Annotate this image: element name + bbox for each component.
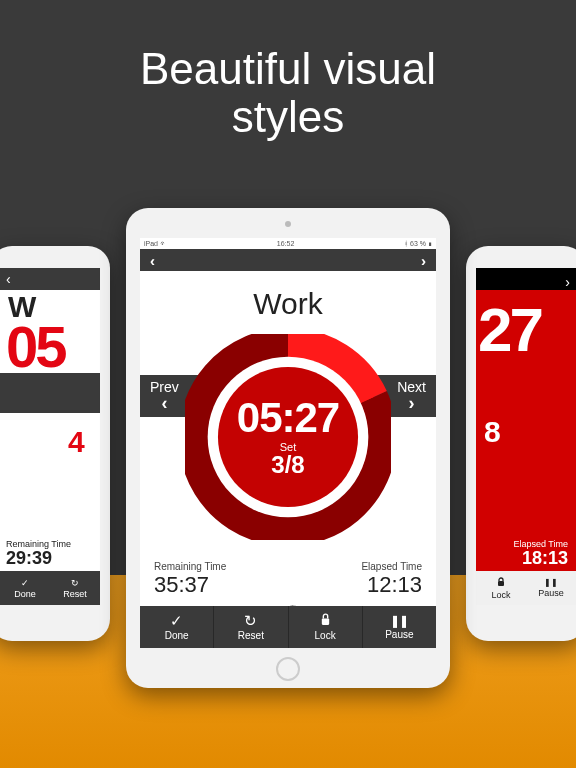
lock-label: Lock xyxy=(315,630,336,641)
right-timer-fragment: 27 xyxy=(476,290,576,357)
left-bottom-bar: ✓ Done ↻ Reset xyxy=(0,571,100,605)
home-button[interactable] xyxy=(276,657,300,681)
svg-rect-8 xyxy=(321,618,328,625)
remaining-label: Remaining Time xyxy=(154,561,226,572)
pause-label: Pause xyxy=(538,588,564,598)
status-battery: ᚼ 63 % ▮ xyxy=(404,240,432,247)
check-icon: ✓ xyxy=(170,613,183,628)
pause-label: Pause xyxy=(385,629,413,640)
svg-rect-0 xyxy=(498,581,504,586)
headline-line1: Beautiful visual xyxy=(140,44,436,93)
status-left: iPad ᯤ xyxy=(144,240,167,247)
reset-label: Reset xyxy=(63,589,87,599)
lock-button[interactable]: Lock xyxy=(289,606,363,648)
done-label: Done xyxy=(14,589,36,599)
pause-button[interactable]: ❚❚ Pause xyxy=(363,606,436,648)
lock-label: Lock xyxy=(491,590,510,600)
done-button[interactable]: ✓ Done xyxy=(0,571,50,605)
reset-label: Reset xyxy=(238,630,264,641)
right-set-fragment: 8 xyxy=(476,357,576,449)
prev-label: Prev xyxy=(150,380,179,394)
chevron-right-icon: › xyxy=(409,394,415,412)
phase-title: Work xyxy=(140,271,436,331)
center-topbar: ‹ › xyxy=(140,249,436,271)
remaining-block: Remaining Time 35:37 xyxy=(154,561,226,598)
elapsed-label: Elapsed Time xyxy=(361,561,422,572)
set-value: 3/8 xyxy=(271,453,304,477)
lock-button[interactable]: Lock xyxy=(476,571,526,605)
device-right-screen: › 27 8 Elapsed Time 18:13 Lock ❚❚ Pause xyxy=(476,268,576,605)
pause-icon: ❚❚ xyxy=(390,615,408,627)
next-button[interactable]: Next › xyxy=(397,380,426,412)
chevron-left-icon[interactable]: ‹ xyxy=(6,271,11,287)
done-label: Done xyxy=(165,630,189,641)
lock-icon xyxy=(319,613,332,628)
pause-icon: ❚❚ xyxy=(544,578,558,587)
device-left-screen: ‹ W 05 4 Remaining Time 29:39 ✓ Done ↻ R… xyxy=(0,268,100,605)
done-button[interactable]: ✓ Done xyxy=(140,606,214,648)
promo-headline: Beautiful visual styles xyxy=(0,45,576,142)
elapsed-block: Elapsed Time 12:13 xyxy=(361,561,422,598)
left-set-fragment: 4 xyxy=(0,413,100,459)
device-center-screen: iPad ᯤ 16:52 ᚼ 63 % ▮ ‹ › Work Prev ‹ Ne… xyxy=(140,238,436,648)
device-right: › 27 8 Elapsed Time 18:13 Lock ❚❚ Pause xyxy=(466,246,576,641)
reset-icon: ↻ xyxy=(71,578,79,588)
reset-button[interactable]: ↻ Reset xyxy=(214,606,288,648)
left-stripe xyxy=(0,373,100,413)
timer-area: Prev ‹ Next › xyxy=(140,331,436,543)
lock-icon xyxy=(496,577,506,589)
next-label: Next xyxy=(397,380,426,394)
status-bar: iPad ᯤ 16:52 ᚼ 63 % ▮ xyxy=(140,238,436,249)
chevron-right-icon[interactable]: › xyxy=(565,274,570,290)
right-topbar: › xyxy=(476,268,576,290)
status-clock: 16:52 xyxy=(277,240,295,247)
forward-button[interactable]: › xyxy=(421,252,426,269)
check-icon: ✓ xyxy=(21,578,29,588)
remaining-value: 35:37 xyxy=(154,572,226,598)
reset-icon: ↻ xyxy=(244,613,257,628)
timer-value: 05:27 xyxy=(237,397,339,439)
headline-line2: styles xyxy=(232,92,344,141)
camera-dot xyxy=(285,221,291,227)
timer-dial[interactable]: 05:27 Set 3/8 xyxy=(185,334,391,540)
reset-button[interactable]: ↻ Reset xyxy=(50,571,100,605)
chevron-left-icon: ‹ xyxy=(161,394,167,412)
elapsed-value: 12:13 xyxy=(367,572,422,598)
bottom-toolbar: ✓ Done ↻ Reset Lock ❚❚ Pause xyxy=(140,606,436,648)
left-timer-fragment: 05 xyxy=(0,322,100,371)
pause-button[interactable]: ❚❚ Pause xyxy=(526,571,576,605)
device-center: iPad ᯤ 16:52 ᚼ 63 % ▮ ‹ › Work Prev ‹ Ne… xyxy=(126,208,450,688)
back-button[interactable]: ‹ xyxy=(150,252,155,269)
left-remaining-value: 29:39 xyxy=(6,548,52,569)
left-topbar: ‹ xyxy=(0,268,100,290)
right-elapsed-value: 18:13 xyxy=(522,548,568,569)
right-bottom-bar: Lock ❚❚ Pause xyxy=(476,571,576,605)
device-left: ‹ W 05 4 Remaining Time 29:39 ✓ Done ↻ R… xyxy=(0,246,110,641)
prev-button[interactable]: Prev ‹ xyxy=(150,380,179,412)
